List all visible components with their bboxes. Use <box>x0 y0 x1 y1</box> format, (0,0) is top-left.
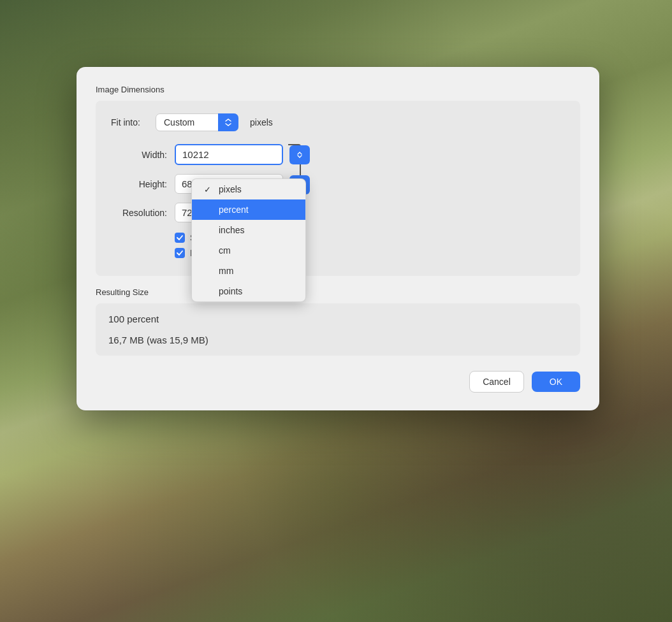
fit-into-select[interactable]: Custom <box>156 113 238 131</box>
width-label: Width: <box>111 150 175 160</box>
button-row: Cancel OK <box>96 371 580 393</box>
resulting-size-section: 100 percent 16,7 MB (was 15,9 MB) <box>96 303 580 356</box>
fit-into-row: Fit into: Custom pixels <box>111 113 565 131</box>
dropdown-item-pixels[interactable]: ✓ pixels <box>192 179 305 199</box>
dropdown-item-percent[interactable]: percent <box>192 199 305 220</box>
pixels-check-icon: ✓ <box>202 185 212 194</box>
height-label: Height: <box>111 179 175 189</box>
scale-proportionally-checkbox[interactable] <box>175 233 185 243</box>
width-unit-btn[interactable] <box>289 145 310 164</box>
width-row: Width: <box>111 144 565 165</box>
dropdown-points-label: points <box>219 286 242 296</box>
dropdown-mm-label: mm <box>219 266 233 276</box>
image-dimensions-label: Image Dimensions <box>96 85 580 94</box>
fit-select-wrapper[interactable]: Custom <box>156 113 238 131</box>
resulting-mb-value: 16,7 MB (was 15,9 MB) <box>108 335 567 345</box>
resample-image-checkbox[interactable] <box>175 248 185 258</box>
image-dimensions-section: Fit into: Custom pixels Width: <box>96 101 580 276</box>
dropdown-inches-label: inches <box>219 225 244 235</box>
resulting-size-label: Resulting Size <box>96 287 580 297</box>
cancel-button[interactable]: Cancel <box>469 371 524 393</box>
width-input[interactable] <box>175 144 283 165</box>
dropdown-percent-label: percent <box>219 205 249 215</box>
dropdown-item-inches[interactable]: inches <box>192 220 305 240</box>
scale-proportionally-row: Scale proportionally <box>111 233 565 243</box>
resample-image-row: Resample image <box>111 248 565 258</box>
height-row: Height: <box>111 174 565 194</box>
pixels-label: pixels <box>250 117 273 127</box>
resolution-row: Resolution: <box>111 203 565 222</box>
dropdown-item-cm[interactable]: cm <box>192 240 305 261</box>
resulting-size-value: 100 percent <box>108 314 567 324</box>
fit-into-label: Fit into: <box>111 117 149 127</box>
image-dimensions-dialog: Image Dimensions Fit into: Custom pixels… <box>77 67 599 410</box>
unit-dropdown-menu: ✓ pixels percent inches cm mm points <box>191 178 306 302</box>
dropdown-item-mm[interactable]: mm <box>192 261 305 281</box>
dropdown-pixels-label: pixels <box>219 184 242 194</box>
ok-button[interactable]: OK <box>532 372 580 392</box>
dropdown-cm-label: cm <box>219 245 231 256</box>
dropdown-item-points[interactable]: points <box>192 281 305 301</box>
resolution-label: Resolution: <box>111 208 175 218</box>
